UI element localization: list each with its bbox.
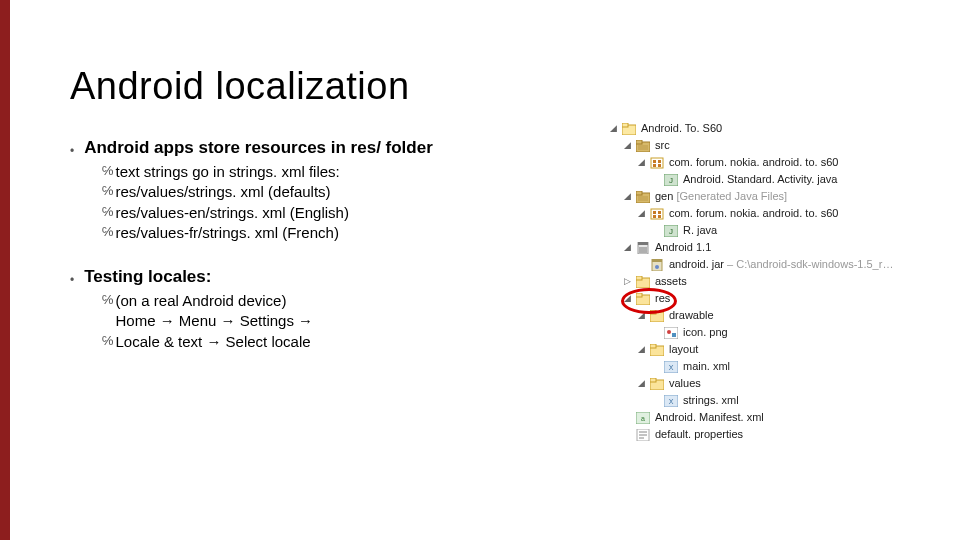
- folder-icon: [649, 377, 665, 391]
- svg-rect-8: [653, 164, 656, 167]
- tree-label: Android 1.1: [655, 239, 711, 256]
- tree-row[interactable]: ◢res: [608, 290, 948, 307]
- srcfolder-icon: [635, 190, 651, 204]
- tree-row[interactable]: ◢com. forum. nokia. android. to. s60: [608, 205, 948, 222]
- twisty-none-icon: ▷: [622, 426, 633, 443]
- deco-icon: ℅: [102, 332, 114, 350]
- twisty-open-icon[interactable]: ◢: [636, 154, 647, 171]
- svg-rect-25: [652, 259, 662, 262]
- sub-item: ℅Locale & text → Select locale: [102, 332, 590, 352]
- twisty-open-icon[interactable]: ◢: [608, 120, 619, 137]
- tree-row[interactable]: ▷default. properties: [608, 426, 948, 443]
- java-icon: J: [663, 224, 679, 238]
- twisty-closed-icon[interactable]: ▷: [622, 273, 633, 290]
- svg-rect-16: [653, 211, 656, 214]
- sub-text: res/values-en/strings. xml (English): [116, 203, 349, 223]
- tree-row[interactable]: ▷assets: [608, 273, 948, 290]
- twisty-open-icon[interactable]: ◢: [622, 239, 633, 256]
- tree-label: layout: [669, 341, 698, 358]
- tree-label: com. forum. nokia. android. to. s60: [669, 205, 838, 222]
- svg-rect-7: [658, 160, 661, 163]
- java-icon: J: [663, 173, 679, 187]
- tree-row[interactable]: ▷android. jar – C:\android-sdk-windows-1…: [608, 256, 948, 273]
- project-icon: [621, 122, 637, 136]
- sub-item: ℅(on a real Android device): [102, 291, 590, 311]
- tree-label: Android. Standard. Activity. java: [683, 171, 838, 188]
- tree-label: strings. xml: [683, 392, 739, 409]
- svg-rect-32: [650, 310, 656, 314]
- twisty-open-icon[interactable]: ◢: [622, 290, 633, 307]
- sub-text: res/values/strings. xml (defaults): [116, 182, 331, 202]
- folder-icon: [649, 343, 665, 357]
- tree-row[interactable]: ◢layout: [608, 341, 948, 358]
- image-icon: [663, 326, 679, 340]
- svg-rect-17: [658, 211, 661, 214]
- twisty-none-icon: ▷: [650, 392, 661, 409]
- tree-row[interactable]: ▷Xstrings. xml: [608, 392, 948, 409]
- svg-rect-19: [658, 215, 661, 218]
- bullet-2-head: Testing locales:: [84, 267, 211, 287]
- svg-rect-14: [638, 196, 648, 201]
- tree-row[interactable]: ◢drawable: [608, 307, 948, 324]
- tree-row[interactable]: ◢src: [608, 137, 948, 154]
- tree-row[interactable]: ◢values: [608, 375, 948, 392]
- svg-text:X: X: [669, 398, 674, 405]
- jarfile-icon: [649, 258, 665, 272]
- bullet-2: • Testing locales:: [70, 267, 590, 287]
- sub-text: (on a real Android device): [116, 291, 287, 311]
- deco-icon: ℅: [102, 291, 114, 309]
- twisty-none-icon: ▷: [650, 324, 661, 341]
- twisty-open-icon[interactable]: ◢: [636, 341, 647, 358]
- svg-rect-35: [672, 333, 676, 337]
- twisty-open-icon[interactable]: ◢: [622, 137, 633, 154]
- tree-row[interactable]: ▷JAndroid. Standard. Activity. java: [608, 171, 948, 188]
- package-icon: [649, 156, 665, 170]
- tree-label: gen [Generated Java Files]: [655, 188, 787, 205]
- xml-icon: X: [663, 394, 679, 408]
- sub-text: Locale & text → Select locale: [116, 332, 311, 352]
- twisty-open-icon[interactable]: ◢: [636, 205, 647, 222]
- svg-text:a: a: [641, 415, 645, 422]
- svg-rect-41: [650, 378, 656, 382]
- twisty-none-icon: ▷: [650, 171, 661, 188]
- tree-row[interactable]: ◢com. forum. nokia. android. to. s60: [608, 154, 948, 171]
- sub-text: res/values-fr/strings. xml (French): [116, 223, 339, 243]
- xml-icon: X: [663, 360, 679, 374]
- twisty-open-icon[interactable]: ◢: [636, 307, 647, 324]
- svg-text:J: J: [669, 176, 673, 185]
- tree-label: res: [655, 290, 670, 307]
- deco-icon: ℅: [102, 223, 114, 241]
- deco-icon: ℅: [102, 162, 114, 180]
- svg-rect-9: [658, 164, 661, 167]
- svg-rect-30: [636, 293, 642, 297]
- tree-row[interactable]: ▷aAndroid. Manifest. xml: [608, 409, 948, 426]
- bullet-1-head: Android apps store resources in res/ fol…: [84, 138, 433, 158]
- manifest-icon: a: [635, 411, 651, 425]
- bullet-dot-icon: •: [70, 144, 74, 158]
- svg-rect-28: [636, 276, 642, 280]
- twisty-none-icon: ▷: [650, 358, 661, 375]
- svg-text:X: X: [669, 364, 674, 371]
- tree-row[interactable]: ◢Android. To. S60: [608, 120, 948, 137]
- sub-text: Home → Menu → Settings →: [116, 311, 314, 331]
- tree-row[interactable]: ▷JR. java: [608, 222, 948, 239]
- twisty-open-icon[interactable]: ◢: [636, 375, 647, 392]
- tree-label: com. forum. nokia. android. to. s60: [669, 154, 838, 171]
- tree-label: values: [669, 375, 701, 392]
- sub-item: ℅ Home → Menu → Settings →: [102, 311, 590, 331]
- twisty-open-icon[interactable]: ◢: [622, 188, 633, 205]
- svg-rect-4: [638, 145, 648, 150]
- tree-label: assets: [655, 273, 687, 290]
- deco-icon: ℅: [102, 311, 114, 329]
- tree-row[interactable]: ◢Android 1.1: [608, 239, 948, 256]
- tree-label: Android. To. S60: [641, 120, 722, 137]
- tree-label: icon. png: [683, 324, 728, 341]
- svg-rect-37: [650, 344, 656, 348]
- folder-icon: [635, 275, 651, 289]
- tree-row[interactable]: ▷Xmain. xml: [608, 358, 948, 375]
- svg-rect-23: [638, 242, 648, 245]
- svg-point-34: [667, 330, 671, 334]
- tree-label: android. jar – C:\android-sdk-windows-1.…: [669, 256, 893, 273]
- tree-row[interactable]: ◢gen [Generated Java Files]: [608, 188, 948, 205]
- tree-row[interactable]: ▷icon. png: [608, 324, 948, 341]
